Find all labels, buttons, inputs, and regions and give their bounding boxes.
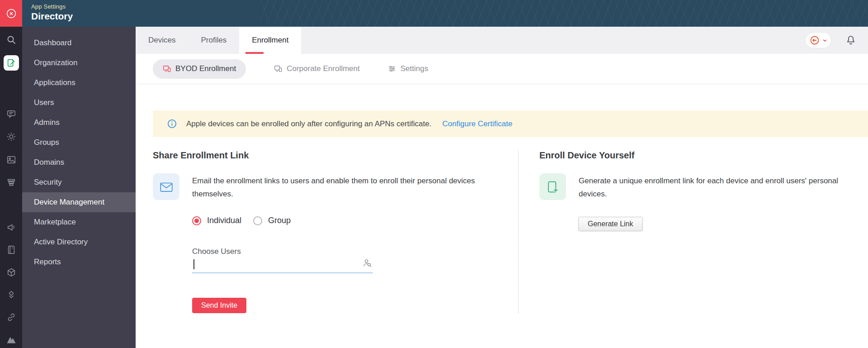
choose-users-field <box>192 258 373 273</box>
radio-circle <box>253 216 262 225</box>
stack-icon[interactable] <box>5 175 18 189</box>
notifications-bell-icon[interactable] <box>845 35 856 46</box>
device-plus-icon <box>545 179 561 195</box>
app-settings-label: App Settings <box>31 3 73 10</box>
send-invite-button[interactable]: Send Invite <box>192 298 246 313</box>
sidebar-item-reports[interactable]: Reports <box>22 252 136 272</box>
megaphone-icon[interactable] <box>5 220 18 234</box>
top-band: App Settings Directory <box>0 0 868 27</box>
layers-icon[interactable] <box>5 288 18 302</box>
subtab-label: BYOD Enrollment <box>175 64 236 73</box>
app-rail <box>0 27 22 348</box>
configure-certificate-link[interactable]: Configure Certificate <box>442 119 512 129</box>
invite-type-radio-group: Individual Group <box>192 216 518 225</box>
user-search-icon[interactable] <box>363 258 372 270</box>
sidebar-item-users[interactable]: Users <box>22 93 136 113</box>
subtab-corporate-enrollment[interactable]: Corporate Enrollment <box>274 64 360 73</box>
share-enrollment-description: Email the enrollment links to users and … <box>192 173 500 200</box>
radio-circle <box>192 216 201 225</box>
sidebar: Dashboard Organization Applications User… <box>22 27 136 348</box>
subtab-label: Settings <box>401 64 428 73</box>
sidebar-item-device-management[interactable]: Device Management <box>22 192 136 212</box>
subtab-byod-enrollment[interactable]: BYOD Enrollment <box>153 59 246 79</box>
sidebar-item-security[interactable]: Security <box>22 172 136 192</box>
main-panel: Devices Profiles Enrollment <box>136 27 868 348</box>
tab-enrollment[interactable]: Enrollment <box>239 27 301 54</box>
sidebar-item-admins[interactable]: Admins <box>22 113 136 133</box>
close-icon <box>5 8 17 19</box>
enroll-yourself-description: Generate a unique enrollment link for ea… <box>579 173 868 200</box>
info-icon <box>167 119 177 129</box>
gallery-icon[interactable] <box>5 153 18 167</box>
envelope-icon <box>159 179 174 195</box>
text-caret <box>193 259 194 269</box>
share-enrollment-section: Share Enrollment Link Email the enrollme… <box>153 150 518 313</box>
enroll-yourself-section: Enroll Device Yourself Generate a unique… <box>519 150 868 313</box>
mountain-logo-icon[interactable] <box>5 333 18 347</box>
device-icon-box <box>539 173 566 200</box>
chevron-down-icon <box>822 38 827 43</box>
chat-icon[interactable] <box>5 107 18 121</box>
sidebar-item-active-directory[interactable]: Active Directory <box>22 232 136 252</box>
app-window: App Settings Directory <box>0 0 868 348</box>
subtab-settings[interactable]: Settings <box>388 64 428 73</box>
choose-users-input[interactable] <box>192 258 373 273</box>
cube-icon[interactable] <box>5 266 18 279</box>
app-header: App Settings Directory <box>31 0 73 27</box>
tab-bar: Devices Profiles Enrollment <box>136 27 868 54</box>
radio-individual[interactable]: Individual <box>192 216 241 225</box>
corporate-devices-icon <box>274 65 282 73</box>
subtab-label: Corporate Enrollment <box>287 64 360 73</box>
choose-users-label: Choose Users <box>192 247 518 256</box>
tab-profiles[interactable]: Profiles <box>188 27 239 54</box>
tab-devices[interactable]: Devices <box>136 27 188 54</box>
generate-link-button[interactable]: Generate Link <box>578 217 643 231</box>
close-button[interactable] <box>0 0 22 27</box>
byod-devices-icon <box>163 65 171 73</box>
radio-individual-label: Individual <box>207 216 241 225</box>
sidebar-item-applications[interactable]: Applications <box>22 73 136 93</box>
account-icon <box>809 35 820 46</box>
notebook-icon[interactable] <box>5 243 18 257</box>
sidebar-item-domains[interactable]: Domains <box>22 153 136 172</box>
content-area: Apple devices can be enrolled only after… <box>136 84 868 348</box>
search-icon[interactable] <box>5 33 18 47</box>
gear-icon[interactable] <box>5 130 18 143</box>
apns-warning-banner: Apple devices can be enrolled only after… <box>153 110 868 137</box>
sidebar-item-groups[interactable]: Groups <box>22 133 136 153</box>
sidebar-item-marketplace[interactable]: Marketplace <box>22 212 136 232</box>
subtab-bar: BYOD Enrollment Corporate Enrollment <box>136 54 868 84</box>
email-icon-box <box>153 173 179 200</box>
tabbar-actions <box>806 27 868 54</box>
app-title: Directory <box>31 11 73 22</box>
enroll-yourself-title: Enroll Device Yourself <box>539 150 868 161</box>
link-icon[interactable] <box>5 310 18 324</box>
radio-group-label: Group <box>268 216 291 225</box>
directory-app-icon[interactable] <box>4 55 19 71</box>
share-enrollment-title: Share Enrollment Link <box>153 150 518 161</box>
sidebar-item-dashboard[interactable]: Dashboard <box>22 33 136 53</box>
sidebar-item-organization[interactable]: Organization <box>22 53 136 73</box>
sliders-icon <box>388 65 396 73</box>
banner-message: Apple devices can be enrolled only after… <box>186 119 431 129</box>
radio-group[interactable]: Group <box>253 216 291 225</box>
account-menu[interactable] <box>806 33 831 48</box>
